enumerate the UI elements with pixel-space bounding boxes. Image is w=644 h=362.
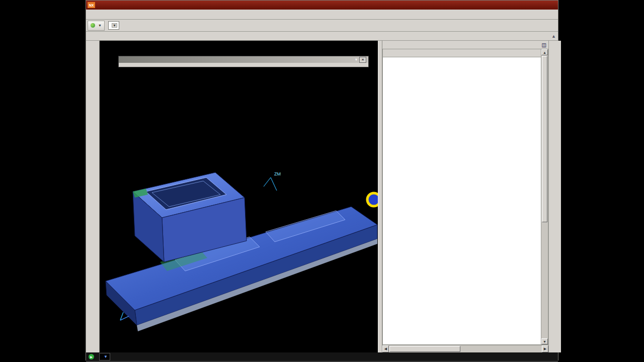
collapse-arrow-icon[interactable]: ▲: [551, 34, 556, 39]
title-bar: NX: [86, 1, 558, 10]
chevron-down-icon: ▼: [104, 354, 108, 359]
scrollbar-thumb[interactable]: [542, 56, 547, 222]
main-toolbar: ▼ ▼: [86, 20, 558, 32]
chevron-down-icon: ▼: [112, 23, 117, 28]
navigator-column-header: [383, 49, 541, 57]
navigator-view-icon[interactable]: ◫: [542, 42, 546, 48]
horizontal-scrollbar[interactable]: ◀ ▶: [382, 345, 548, 352]
selection-scope-dropdown[interactable]: ▼: [99, 353, 110, 360]
scroll-right-icon[interactable]: ▶: [542, 345, 548, 352]
drag-handle-ball: [367, 193, 378, 206]
panel-splitter[interactable]: [378, 41, 382, 352]
scroll-up-icon[interactable]: ▲: [541, 49, 548, 55]
chevron-down-icon: ▼: [98, 24, 102, 27]
scroll-down-icon[interactable]: ▼: [541, 338, 548, 344]
cad-model: ZM: [100, 41, 378, 352]
play-icon[interactable]: ▶: [89, 354, 94, 359]
graphics-viewport[interactable]: ZM ▾ ×: [100, 41, 378, 352]
operation-toolbar[interactable]: ▾ ×: [118, 56, 369, 67]
vertical-scrollbar[interactable]: ▲ ▼: [541, 49, 548, 345]
chevron-icon[interactable]: ▾: [355, 57, 357, 62]
close-icon[interactable]: ×: [359, 57, 366, 63]
nx-logo-icon: NX: [88, 2, 95, 8]
menu-bar: [86, 10, 558, 20]
wcs-zm-label: ZM: [274, 171, 281, 176]
cue-bar: ▲: [86, 32, 558, 41]
navigator-rows: [383, 57, 541, 344]
operation-toolbar-titlebar[interactable]: ▾ ×: [119, 56, 368, 63]
scrollbar-thumb[interactable]: [389, 346, 460, 352]
left-toolbar-dock: [86, 41, 100, 352]
bottom-bar: ▶ ▼: [86, 352, 558, 361]
layer-combo[interactable]: ▼: [108, 21, 119, 30]
nx-application-window: NX ▼ ▼: [86, 0, 558, 360]
scroll-left-icon[interactable]: ◀: [382, 345, 389, 352]
start-button[interactable]: ▼: [88, 21, 105, 31]
start-icon: [91, 23, 95, 28]
operation-navigator-panel: ◫ ▲ ▼ ◀ ▶: [382, 41, 548, 352]
resource-bar-dock: [548, 41, 561, 352]
